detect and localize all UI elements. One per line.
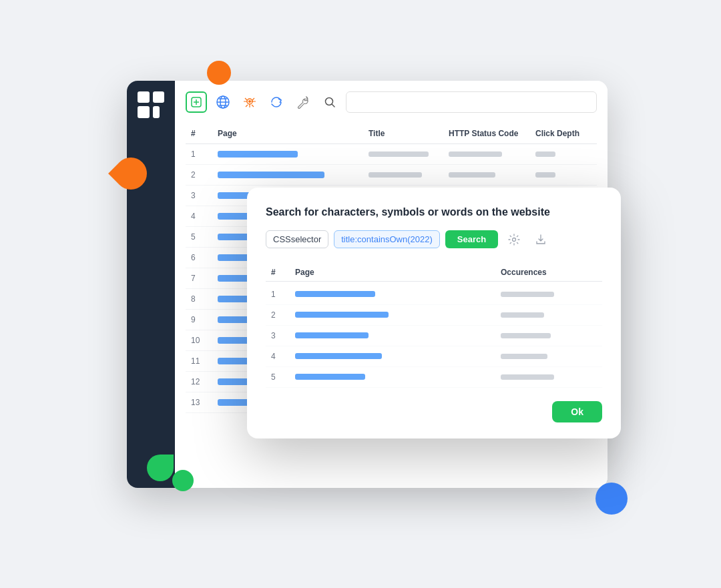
search-toolbar-button[interactable]	[319, 91, 340, 113]
row-num: 11	[186, 355, 212, 367]
row-num: 2	[186, 169, 212, 181]
ok-button[interactable]: Ok	[552, 401, 602, 422]
globe-button[interactable]	[212, 91, 234, 113]
dialog-table-row: 4	[266, 346, 602, 367]
dialog-row-occ	[495, 290, 602, 298]
row-num: 8	[186, 293, 212, 305]
dialog-title: Search for characters, symbols or words …	[266, 206, 602, 218]
scene: # Page Title HTTP Status Code Click Dept…	[73, 54, 648, 535]
dialog-row-num: 1	[266, 288, 290, 300]
dot-green-bottom	[172, 470, 194, 491]
dialog-row-page	[290, 331, 495, 340]
dialog-row-occ	[495, 352, 602, 360]
row-num: 12	[186, 376, 212, 388]
add-button[interactable]	[186, 91, 207, 113]
svg-point-9	[248, 100, 251, 103]
row-num: 1	[186, 148, 212, 160]
logo-sq3	[138, 106, 150, 118]
row-num: 9	[186, 314, 212, 326]
col-http: HTTP Status Code	[443, 127, 530, 139]
dialog-table-row: 5	[266, 367, 602, 388]
dialog-table-body: 1 2 3 4 5	[266, 284, 602, 388]
settings-icon-button[interactable]	[503, 229, 525, 250]
row-http	[443, 171, 530, 179]
dialog-table-row: 3	[266, 326, 602, 346]
dialog-row-num: 4	[266, 350, 290, 362]
dialog-row-occ	[495, 311, 602, 319]
dialog-col-page: Page	[290, 266, 495, 278]
dialog-table-header: # Page Occurences	[266, 264, 602, 282]
dialog-row-num: 5	[266, 371, 290, 383]
search-bar: CSSselector title:containsOwn(2022) Sear…	[266, 229, 602, 250]
row-num: 10	[186, 334, 212, 346]
row-page	[212, 150, 363, 159]
row-depth	[530, 171, 597, 179]
table-row: 2	[186, 165, 597, 186]
col-title: Title	[363, 127, 443, 139]
row-num: 5	[186, 231, 212, 243]
wrench-button[interactable]	[292, 91, 314, 113]
row-depth	[530, 150, 597, 158]
dialog-col-num: #	[266, 266, 290, 278]
row-num: 13	[186, 396, 212, 408]
toolbar	[186, 91, 597, 113]
table-header: # Page Title HTTP Status Code Click Dept…	[186, 123, 597, 144]
dialog-row-page	[290, 352, 495, 360]
toolbar-search-input[interactable]	[346, 91, 597, 113]
dot-green-left	[147, 455, 174, 481]
sidebar	[127, 81, 175, 488]
dialog-table-row: 1	[266, 284, 602, 305]
contains-own-tag[interactable]: title:containsOwn(2022)	[334, 230, 440, 248]
export-icon-button[interactable]	[530, 229, 551, 250]
col-num: #	[186, 127, 212, 139]
dialog-row-page	[290, 290, 495, 298]
logo-sq2	[153, 91, 165, 103]
row-num: 3	[186, 190, 212, 202]
row-http	[443, 150, 530, 158]
logo	[138, 91, 164, 118]
row-num: 6	[186, 252, 212, 264]
css-selector-tag[interactable]: CSSselector	[266, 230, 328, 248]
logo-sq1	[138, 91, 150, 103]
search-dialog: Search for characters, symbols or words …	[247, 188, 621, 438]
row-num: 4	[186, 210, 212, 222]
dialog-row-page	[290, 310, 495, 319]
dot-blue-bottom	[595, 483, 628, 515]
dialog-col-occ: Occurences	[495, 266, 602, 278]
dialog-row-page	[290, 372, 495, 381]
svg-line-11	[332, 104, 334, 107]
dialog-row-num: 3	[266, 330, 290, 342]
search-button[interactable]: Search	[445, 230, 498, 248]
row-num: 7	[186, 272, 212, 284]
row-page	[212, 170, 363, 180]
refresh-button[interactable]	[266, 91, 287, 113]
col-page: Page	[212, 127, 363, 139]
col-depth: Click Depth	[530, 127, 597, 139]
spider-button[interactable]	[239, 91, 260, 113]
dialog-row-num: 2	[266, 309, 290, 321]
logo-sq4	[153, 106, 160, 118]
dialog-row-occ	[495, 373, 602, 381]
row-title	[363, 171, 443, 179]
table-row: 1	[186, 144, 597, 165]
dialog-table-row: 2	[266, 305, 602, 326]
dialog-table: # Page Occurences 1 2 3 4 5	[266, 264, 602, 388]
svg-point-12	[513, 238, 516, 241]
row-title	[363, 150, 443, 158]
dot-orange-top	[207, 61, 231, 85]
dialog-row-occ	[495, 332, 602, 340]
